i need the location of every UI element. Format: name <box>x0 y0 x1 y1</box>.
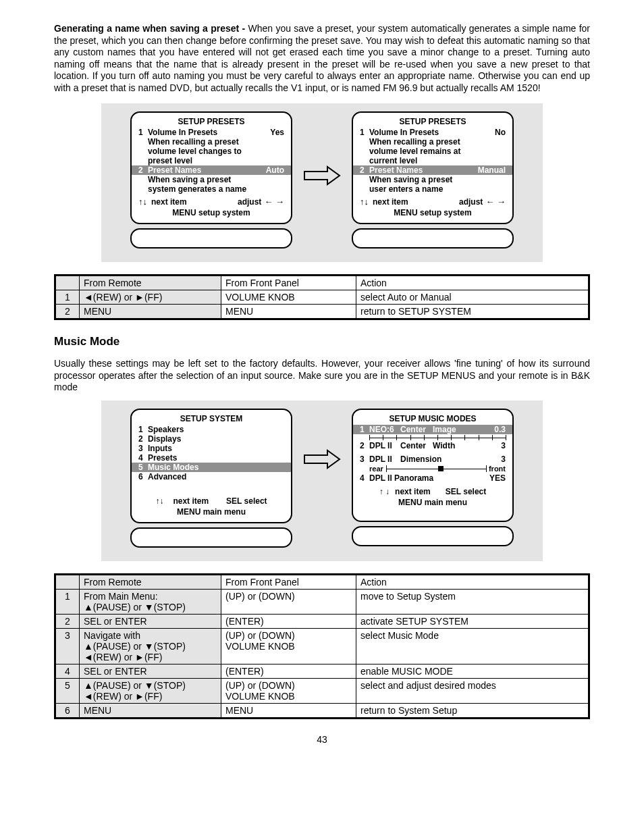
setup-music-panel: SETUP MUSIC MODES 1NEO:6CenterImage0.3 2… <box>352 409 514 522</box>
preset-steps-table: From Remote From Front Panel Action 1 ◄(… <box>54 274 590 320</box>
preset-panel-left: SETUP PRESETS 1Volume In PresetsYes When… <box>130 111 292 224</box>
highlighted-row: 5Music Modes <box>132 463 291 472</box>
up-down-icon: ↑↓ <box>138 197 147 207</box>
music-mode-heading: Music Mode <box>54 335 590 348</box>
table-row: 1From Main Menu: ▲(PAUSE) or ▼(STOP)(UP)… <box>55 589 589 614</box>
music-steps-table: From Remote From Front Panel Action 1Fro… <box>54 573 590 719</box>
preset-panel-right: SETUP PRESETS 1Volume In PresetsNo When … <box>352 111 514 224</box>
arrow-right-icon <box>302 409 342 469</box>
presets-illustration: SETUP PRESETS 1Volume In PresetsYes When… <box>101 103 543 262</box>
music-mode-body: Usually these settings may be left set t… <box>54 358 590 394</box>
up-down-icon: ↑↓ <box>360 197 369 207</box>
music-panel-stack: SETUP MUSIC MODES 1NEO:6CenterImage0.3 2… <box>352 409 514 546</box>
highlighted-row: 1NEO:6CenterImage0.3 <box>353 425 512 434</box>
table-row: 1 ◄(REW) or ►(FF) VOLUME KNOB select Aut… <box>55 290 589 305</box>
dimension-slider: rear front <box>360 464 506 473</box>
preset-panel-stack-left: SETUP PRESETS 1Volume In PresetsYes When… <box>130 111 292 249</box>
up-down-icon: ↑↓ <box>155 496 163 506</box>
table-row: 5▲(PAUSE) or ▼(STOP) ◄(REW) or ►(FF)(UP)… <box>55 678 589 703</box>
blank-panel <box>352 228 514 249</box>
preset-panel-stack-right: SETUP PRESETS 1Volume In PresetsNo When … <box>352 111 514 249</box>
left-right-icon: ← → <box>485 197 506 207</box>
blank-panel <box>352 526 514 546</box>
table-header-row: From Remote From Front Panel Action <box>55 574 589 589</box>
highlighted-row: 2Preset NamesAuto <box>132 165 291 175</box>
blank-panel <box>130 228 292 249</box>
up-down-icon: ↑ ↓ <box>379 487 390 496</box>
table-row: 2SEL or ENTER(ENTER)activate SETUP SYSTE… <box>55 614 589 628</box>
panel-title: SETUP PRESETS <box>138 117 284 126</box>
page-number: 43 <box>54 734 590 745</box>
table-row: 3Navigate with ▲(PAUSE) or ▼(STOP) ◄(REW… <box>55 628 589 664</box>
table-row: 4SEL or ENTER(ENTER)enable MUSIC MODE <box>55 664 589 678</box>
table-row: 6MENUMENUreturn to System Setup <box>55 703 589 718</box>
table-row: 2 MENU MENU return to SETUP SYSTEM <box>55 305 589 319</box>
intro-paragraph: Generating a name when saving a preset -… <box>54 23 590 94</box>
arrow-right-icon <box>302 111 342 186</box>
table-header-row: From Remote From Front Panel Action <box>55 276 589 290</box>
intro-heading: Generating a name when saving a preset - <box>54 23 248 34</box>
blank-panel <box>130 527 292 548</box>
system-panel-stack: SETUP SYSTEM 1Speakers 2Displays 3Inputs… <box>130 409 292 548</box>
setup-system-panel: SETUP SYSTEM 1Speakers 2Displays 3Inputs… <box>130 409 292 523</box>
left-right-icon: ← → <box>264 197 284 207</box>
music-illustration: SETUP SYSTEM 1Speakers 2Displays 3Inputs… <box>101 400 543 561</box>
